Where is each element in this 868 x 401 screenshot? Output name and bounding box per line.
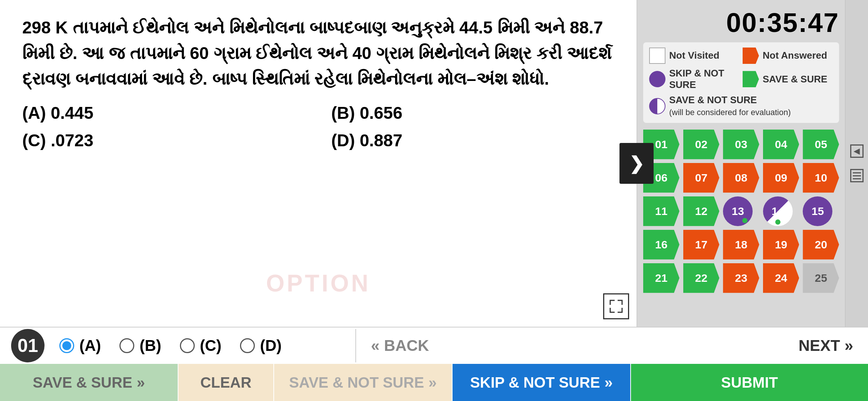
skip-not-sure-icon: [649, 71, 665, 87]
skip-not-sure-label: SKIP & NOT SURE: [470, 374, 600, 391]
question-btn-18[interactable]: 18: [723, 230, 759, 260]
question-btn-14[interactable]: 14: [763, 196, 793, 226]
radio-option-b[interactable]: (B): [119, 337, 161, 355]
option-b: (B) 0.656: [331, 103, 618, 123]
radio-options: (A) (B) (C) (D): [59, 337, 282, 355]
question-btn-22[interactable]: 22: [683, 263, 720, 293]
arrow-next-button[interactable]: ❯: [619, 143, 654, 184]
timer: 00:35:47: [726, 7, 839, 38]
save-sure-label: SAVE & SURE: [33, 374, 132, 391]
radio-label-d: (D): [260, 337, 282, 355]
legend-save-not-sure: SAVE & NOT SURE (will be considered for …: [649, 94, 833, 117]
right-panel: 00:35:47 Not Visited Not Answered SKIP &…: [637, 0, 845, 327]
legend-not-answered: Not Answered: [743, 48, 833, 64]
skip-chevron-icon: [605, 374, 613, 391]
timer-row: 00:35:47: [643, 7, 839, 38]
skip-not-sure-label: SKIP & NOT SURE: [669, 68, 740, 91]
radio-option-a[interactable]: (A): [59, 337, 101, 355]
question-btn-13[interactable]: 13: [723, 196, 753, 226]
not-answered-icon: [743, 48, 759, 64]
question-btn-23[interactable]: 23: [723, 263, 759, 293]
radio-circle-d: [240, 338, 255, 353]
back-button[interactable]: BACK: [364, 333, 437, 358]
clear-button[interactable]: CLEAR: [178, 364, 274, 401]
radio-label-c: (C): [200, 337, 221, 355]
radio-label-a: (A): [79, 337, 101, 355]
question-grid: 0102030405060708091011121314151617181920…: [643, 130, 839, 293]
question-btn-05[interactable]: 05: [803, 130, 839, 159]
answer-bar-left: 01 (A) (B) (C) (D): [0, 329, 356, 362]
question-btn-19[interactable]: 19: [763, 230, 799, 260]
save-sure-chevron-icon: [137, 374, 145, 391]
legend-skip-not-sure: SKIP & NOT SURE: [649, 68, 740, 91]
save-not-sure-chevron-icon: [428, 374, 437, 391]
back-arrow-icon[interactable]: ◀: [850, 144, 864, 158]
legend-area: Not Visited Not Answered SKIP & NOT SURE…: [643, 42, 839, 123]
sidebar-icons: ◀: [845, 0, 868, 327]
expand-button[interactable]: [603, 293, 629, 319]
skip-not-sure-button[interactable]: SKIP & NOT SURE: [453, 364, 631, 401]
save-sure-icon: [743, 71, 759, 87]
radio-inner-a: [62, 341, 71, 350]
option-a: (A) 0.445: [22, 103, 309, 123]
question-btn-03[interactable]: 03: [723, 130, 759, 159]
submit-button[interactable]: SUBMIT: [631, 364, 868, 401]
not-visited-icon: [649, 48, 665, 64]
back-label: BACK: [384, 337, 429, 355]
option-c: (C) .0723: [22, 130, 309, 150]
chevron-left-icon: [371, 337, 379, 355]
question-btn-07[interactable]: 07: [683, 163, 720, 193]
radio-label-b: (B): [139, 337, 161, 355]
question-btn-04[interactable]: 04: [763, 130, 799, 159]
save-sure-label: SAVE & SURE: [763, 74, 827, 85]
save-not-sure-button[interactable]: SAVE & NOT SURE: [274, 364, 453, 401]
option-d: (D) 0.887: [331, 130, 618, 150]
legend-not-visited: Not Visited: [649, 48, 740, 64]
question-btn-10[interactable]: 10: [803, 163, 839, 193]
chevron-right-icon: [845, 337, 853, 355]
bottom-bar: SAVE & SURE CLEAR SAVE & NOT SURE SKIP &…: [0, 364, 868, 401]
save-not-sure-label: SAVE & NOT SURE: [289, 374, 424, 391]
question-btn-25[interactable]: 25: [803, 263, 839, 293]
not-answered-label: Not Answered: [763, 50, 827, 61]
question-btn-17[interactable]: 17: [683, 230, 720, 260]
legend-save-sure: SAVE & SURE: [743, 71, 833, 87]
watermark: OPTION: [266, 270, 370, 297]
answer-bar: 01 (A) (B) (C) (D): [0, 327, 868, 364]
question-btn-16[interactable]: 16: [643, 230, 680, 260]
question-panel: 298 K તાપમાને ઈથેનોલ અને મિથેનોલના બાષ્પ…: [0, 0, 637, 327]
question-btn-09[interactable]: 09: [763, 163, 799, 193]
question-btn-12[interactable]: 12: [683, 196, 720, 226]
options-container: (A) 0.445 (B) 0.656 (C) .0723 (D) 0.887: [22, 103, 618, 150]
not-visited-label: Not Visited: [669, 50, 719, 61]
save-not-sure-icon: [649, 98, 665, 114]
question-text: 298 K તાપમાને ઈથેનોલ અને મિથેનોલના બાષ્પ…: [22, 15, 618, 92]
radio-circle-b: [119, 338, 134, 353]
radio-option-c[interactable]: (C): [180, 337, 221, 355]
submit-label: SUBMIT: [721, 374, 778, 391]
question-btn-21[interactable]: 21: [643, 263, 680, 293]
clear-label: CLEAR: [200, 374, 251, 391]
question-btn-24[interactable]: 24: [763, 263, 799, 293]
question-btn-11[interactable]: 11: [643, 196, 680, 226]
question-btn-15[interactable]: 15: [803, 196, 832, 226]
next-button[interactable]: NEXT: [791, 333, 861, 358]
next-label: NEXT: [799, 337, 840, 355]
question-btn-02[interactable]: 02: [683, 130, 720, 159]
save-not-sure-label: SAVE & NOT SURE (will be considered for …: [669, 94, 791, 117]
question-btn-20[interactable]: 20: [803, 230, 839, 260]
radio-option-d[interactable]: (D): [240, 337, 282, 355]
question-btn-08[interactable]: 08: [723, 163, 759, 193]
current-question-badge: 01: [11, 329, 45, 362]
radio-circle-a: [59, 338, 74, 353]
menu-icon[interactable]: [850, 169, 864, 182]
answer-bar-right: BACK NEXT: [356, 333, 868, 358]
save-sure-button[interactable]: SAVE & SURE: [0, 364, 178, 401]
radio-circle-c: [180, 338, 195, 353]
